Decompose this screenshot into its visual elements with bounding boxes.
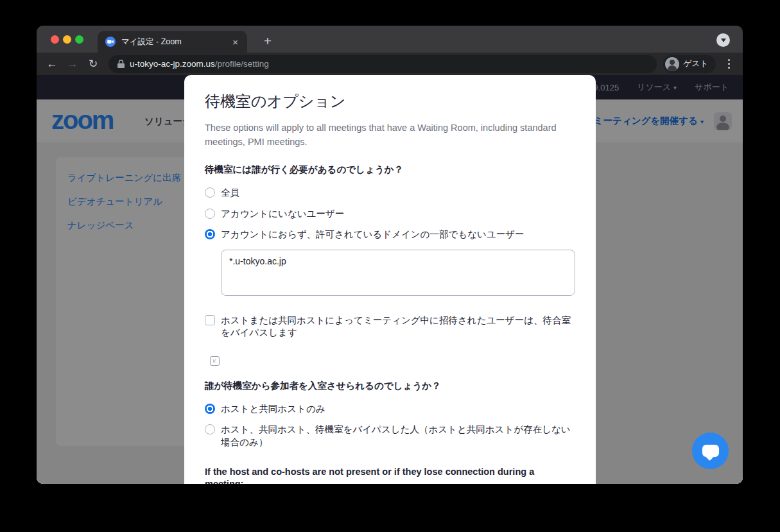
profile-label: ゲスト: [684, 58, 708, 69]
q2-radio-group: ホストと共同ホストのみ ホスト、共同ホスト、待機室をバイパスした人（ホストと共同…: [205, 403, 575, 449]
radio-icon[interactable]: [205, 424, 215, 434]
allowed-domains-textarea[interactable]: *.u-tokyo.ac.jp: [221, 250, 575, 296]
page-viewport: 88.799.0125 リソース▾ サポート zoom ソリューシ ミーティング…: [37, 75, 743, 484]
new-tab-button[interactable]: +: [259, 33, 277, 51]
title-bar: マイ設定 - Zoom × +: [37, 26, 743, 53]
tab-title: マイ設定 - Zoom: [121, 37, 231, 47]
tab-search-button[interactable]: [716, 33, 730, 47]
browser-menu-button[interactable]: [721, 55, 736, 73]
reload-button[interactable]: ↻: [84, 55, 102, 73]
bypass-waiting-room-checkbox-row[interactable]: ホストまたは共同ホストによってミーティング中に招待されたユーザーは、待合室をバイ…: [205, 314, 575, 339]
minimize-window-button[interactable]: [63, 35, 71, 44]
browser-tab[interactable]: マイ設定 - Zoom ×: [98, 31, 247, 53]
radio-option-everyone[interactable]: 全員: [205, 187, 575, 200]
url-path: /profile/setting: [215, 59, 269, 69]
profile-avatar-icon: [665, 57, 679, 71]
host-connection-lost-label: If the host and co-hosts are not present…: [205, 466, 575, 484]
question-who-goes-to-waiting-room: 待機室には誰が行く必要があるのでしょうか？: [205, 164, 575, 176]
checkbox-icon[interactable]: [205, 315, 215, 325]
chevron-down-icon: [721, 39, 726, 42]
unknown-glyph-icon: v.: [210, 356, 220, 366]
q1-radio-group: 全員 アカウントにいないユーザー アカウントにおらず、許可されているドメインの一…: [205, 187, 575, 296]
address-bar[interactable]: u-tokyo-ac-jp.zoom.us/profile/setting: [108, 55, 657, 73]
url-text: u-tokyo-ac-jp.zoom.us/profile/setting: [130, 59, 269, 69]
radio-option-users-not-in-account[interactable]: アカウントにいないユーザー: [205, 208, 575, 221]
browser-toolbar: ← → ↻ u-tokyo-ac-jp.zoom.us/profile/sett…: [37, 53, 743, 75]
browser-window: マイ設定 - Zoom × + ← → ↻ u-tokyo-ac-jp.zoom…: [37, 26, 743, 484]
chat-bubble-icon: [702, 445, 719, 457]
waiting-room-options-modal: 待機室のオプション These options will apply to al…: [184, 75, 596, 484]
radio-option-host-and-cohosts-only[interactable]: ホストと共同ホストのみ: [205, 403, 575, 416]
lock-icon: [117, 60, 125, 68]
fullscreen-window-button[interactable]: [75, 35, 83, 44]
radio-option-users-not-in-account-or-domains[interactable]: アカウントにおらず、許可されているドメインの一部でもないユーザー: [205, 228, 575, 241]
radio-option-host-cohosts-bypassed[interactable]: ホスト、共同ホスト、待機室をバイパスした人（ホストと共同ホストが存在しない場合の…: [205, 424, 575, 449]
forward-button[interactable]: →: [64, 55, 82, 73]
radio-icon[interactable]: [205, 187, 215, 198]
radio-icon-selected[interactable]: [205, 404, 215, 414]
close-window-button[interactable]: [51, 35, 59, 44]
back-button[interactable]: ←: [43, 55, 61, 73]
chat-widget-button[interactable]: [692, 433, 729, 469]
radio-icon-selected[interactable]: [205, 229, 215, 239]
url-domain: u-tokyo-ac-jp.zoom.us: [130, 59, 215, 69]
tab-close-icon[interactable]: ×: [231, 37, 239, 47]
modal-description: These options will apply to all meetings…: [205, 121, 559, 149]
modal-title: 待機室のオプション: [205, 92, 575, 111]
zoom-favicon-icon: [105, 37, 116, 47]
question-who-can-admit: 誰が待機室から参加者を入室させられるのでしょうか？: [205, 380, 575, 392]
radio-icon[interactable]: [205, 209, 215, 219]
traffic-lights: [51, 35, 83, 44]
browser-profile-button[interactable]: ゲスト: [663, 55, 716, 73]
